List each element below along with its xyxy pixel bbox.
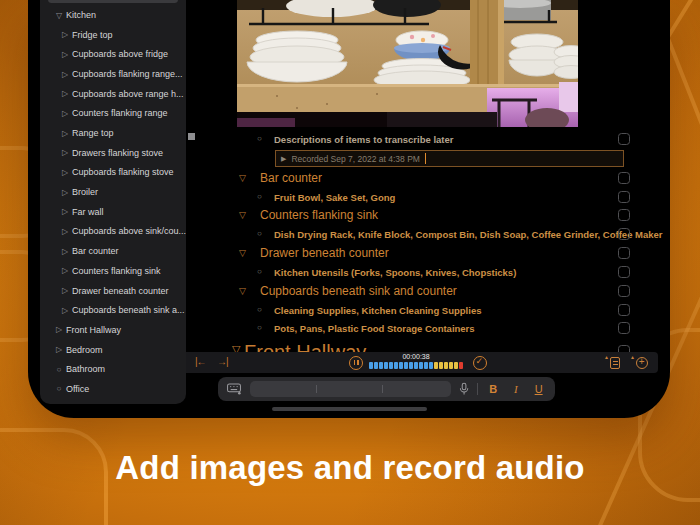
sidebar-item[interactable]: ▷ Cupboards above range h... xyxy=(40,84,186,104)
disclosure-triangle-icon[interactable]: ▽ xyxy=(239,211,246,220)
disclosure-icon[interactable]: ▷ xyxy=(58,70,72,79)
sidebar-item[interactable]: ▷ Fridge top xyxy=(40,25,186,45)
outdent-button[interactable]: |← xyxy=(195,357,206,367)
row-checkbox[interactable] xyxy=(618,133,630,145)
disclosure-icon[interactable]: ▷ xyxy=(58,129,72,138)
disclosure-icon[interactable]: ▷ xyxy=(58,286,72,295)
disclosure-icon[interactable]: ▷ xyxy=(58,266,72,275)
sidebar-item[interactable]: ▷ Front Hallway xyxy=(40,320,186,340)
disclosure-triangle-icon[interactable]: ▽ xyxy=(239,249,246,258)
meter-bar-blue xyxy=(389,362,393,369)
sidebar-item[interactable]: ▷ Drawer beneath counter xyxy=(40,281,186,301)
sidebar-item[interactable]: ▷ Far wall xyxy=(40,202,186,222)
play-icon[interactable]: ▶ xyxy=(281,155,286,162)
sidebar-item[interactable]: ▷ Counters flanking range xyxy=(40,103,186,123)
row-bullet-icon[interactable]: ○ xyxy=(257,135,262,143)
row-checkbox[interactable] xyxy=(618,285,630,297)
outline-row[interactable]: ○ Descriptions of items to transcribe la… xyxy=(186,130,670,149)
home-indicator[interactable] xyxy=(272,407,427,411)
row-checkbox[interactable] xyxy=(618,266,630,278)
row-checkbox[interactable] xyxy=(618,304,630,316)
sidebar-item[interactable]: ▷ Cupboards beneath sink a... xyxy=(40,300,186,320)
underline-button[interactable]: U xyxy=(531,383,546,395)
row-text[interactable]: Dish Drying Rack, Knife Block, Compost B… xyxy=(274,229,663,240)
outline-row[interactable]: ○ Dish Drying Rack, Knife Block, Compost… xyxy=(186,225,670,244)
finish-recording-button[interactable] xyxy=(473,356,487,370)
outline-section-row[interactable]: ▽ Bar counter xyxy=(186,168,670,187)
disclosure-icon[interactable]: ▷ xyxy=(52,325,66,334)
disclosure-icon[interactable]: ▷ xyxy=(58,168,72,177)
pause-recording-button[interactable] xyxy=(349,356,363,370)
sidebar-search-field[interactable] xyxy=(48,0,178,3)
row-text[interactable]: Counters flanking sink xyxy=(260,208,378,222)
italic-button[interactable]: I xyxy=(509,383,524,395)
add-row-button[interactable]: ▲ xyxy=(630,355,648,373)
row-bullet-icon[interactable]: ○ xyxy=(257,193,262,201)
disclosure-triangle-icon[interactable]: ▽ xyxy=(239,173,246,182)
sidebar-item[interactable]: ▷ Bedroom xyxy=(40,340,186,360)
disclosure-triangle-icon[interactable]: ▽ xyxy=(239,286,246,295)
disclosure-icon[interactable]: ▷ xyxy=(58,148,72,157)
row-checkbox[interactable] xyxy=(618,228,630,240)
sidebar-item[interactable]: ▷ Range top xyxy=(40,123,186,143)
outline-row[interactable]: ○ Fruit Bowl, Sake Set, Gong xyxy=(186,187,670,206)
disclosure-icon[interactable]: ▷ xyxy=(58,50,72,59)
disclosure-icon[interactable]: ○ xyxy=(52,365,66,374)
disclosure-icon[interactable]: ▷ xyxy=(58,89,72,98)
row-checkbox[interactable] xyxy=(618,209,630,221)
row-bullet-icon[interactable]: ○ xyxy=(257,230,262,238)
row-bullet-icon[interactable]: ○ xyxy=(257,324,262,332)
row-text[interactable]: Cleaning Supplies, Kitchen Cleaning Supp… xyxy=(274,304,481,315)
outline-section-row[interactable]: ▽ Cupboards beneath sink and counter xyxy=(186,281,670,300)
sidebar-item[interactable]: ▷ Cupboards flanking range... xyxy=(40,64,186,84)
sidebar-item[interactable]: ○ Bathroom xyxy=(40,359,186,379)
row-text[interactable]: Drawer beneath counter xyxy=(260,246,389,260)
disclosure-icon[interactable]: ○ xyxy=(52,384,66,393)
sidebar-item[interactable]: ▷ Cupboards above fridge xyxy=(40,44,186,64)
row-text[interactable]: Bar counter xyxy=(260,171,322,185)
dictation-mic-icon[interactable] xyxy=(459,382,469,396)
row-text[interactable]: Cupboards beneath sink and counter xyxy=(260,284,457,298)
autocomplete-bar[interactable] xyxy=(250,381,451,397)
disclosure-icon[interactable]: ▷ xyxy=(58,207,72,216)
sidebar-item[interactable]: ▷ Counters flanking sink xyxy=(40,261,186,281)
row-text[interactable]: Fruit Bowl, Sake Set, Gong xyxy=(274,191,395,202)
sidebar-item[interactable]: ▷ Broiler xyxy=(40,182,186,202)
disclosure-icon[interactable]: ▷ xyxy=(52,345,66,354)
row-checkbox[interactable] xyxy=(618,247,630,259)
sidebar-item[interactable]: ▷ Cupboards flanking stove xyxy=(40,162,186,182)
disclosure-icon[interactable]: ▷ xyxy=(58,227,72,236)
row-text[interactable]: Descriptions of items to transcribe late… xyxy=(274,134,454,145)
audio-attachment[interactable]: ▶ Recorded Sep 7, 2022 at 4:38 PM xyxy=(275,150,624,167)
sidebar-item[interactable]: ▷ Cupboards above sink/cou... xyxy=(40,221,186,241)
indent-button[interactable]: →| xyxy=(217,357,228,367)
row-bullet-icon[interactable]: ○ xyxy=(257,268,262,276)
sidebar-item[interactable]: ▷ Drawers flanking stove xyxy=(40,143,186,163)
row-text[interactable]: Kitchen Utensils (Forks, Spoons, Knives,… xyxy=(274,266,516,277)
sidebar-item[interactable]: ▷ Bar counter xyxy=(40,241,186,261)
disclosure-icon[interactable]: ▷ xyxy=(58,247,72,256)
row-checkbox[interactable] xyxy=(618,172,630,184)
outline-section-row[interactable]: ▽ Counters flanking sink xyxy=(186,206,670,225)
outline-section-row[interactable]: ▽ Drawer beneath counter xyxy=(186,244,670,263)
disclosure-icon[interactable]: ▷ xyxy=(58,306,72,315)
keyboard-icon[interactable] xyxy=(227,383,242,395)
disclosure-icon[interactable]: ▷ xyxy=(58,188,72,197)
sidebar-item[interactable]: ○ Office xyxy=(40,379,186,399)
disclosure-icon[interactable]: ▷ xyxy=(58,30,72,39)
bold-button[interactable]: B xyxy=(486,383,501,395)
sidebar-item[interactable]: ▽ Kitchen xyxy=(40,5,186,25)
row-checkbox[interactable] xyxy=(618,191,630,203)
disclosure-icon[interactable]: ▷ xyxy=(58,109,72,118)
insert-note-button[interactable]: ▲ xyxy=(604,355,620,373)
outline-row[interactable]: ○ Pots, Pans, Plastic Food Storage Conta… xyxy=(186,319,670,338)
disclosure-icon[interactable]: ▽ xyxy=(52,11,66,20)
meter-bar-blue xyxy=(429,362,433,369)
sidebar-item-label: Far wall xyxy=(72,207,104,217)
outline-row[interactable]: ○ Cleaning Supplies, Kitchen Cleaning Su… xyxy=(186,300,670,319)
row-bullet-icon[interactable]: ○ xyxy=(257,306,262,314)
row-text[interactable]: Pots, Pans, Plastic Food Storage Contain… xyxy=(274,323,475,334)
audio-attachment-row[interactable]: ▶ Recorded Sep 7, 2022 at 4:38 PM xyxy=(186,149,670,169)
outline-row[interactable]: ○ Kitchen Utensils (Forks, Spoons, Knive… xyxy=(186,263,670,282)
row-checkbox[interactable] xyxy=(618,322,630,334)
